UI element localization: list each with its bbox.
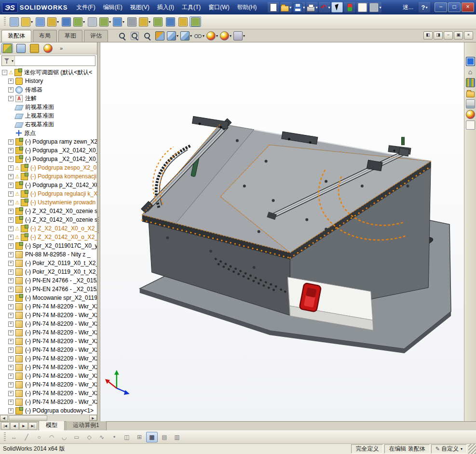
tree-expander[interactable]: + xyxy=(8,200,14,205)
tree-expander[interactable]: + xyxy=(8,304,14,309)
sketch-toolbar-grip[interactable] xyxy=(4,432,6,442)
menu-item[interactable]: 插入(I) xyxy=(153,2,178,13)
file-explorer-button[interactable] xyxy=(464,88,476,98)
tree-expander[interactable]: + xyxy=(8,313,14,318)
tree-item[interactable]: +(-) PN-74 M-82209 - Wkr_X2 xyxy=(0,380,97,389)
tree-item[interactable]: +⚠(-) Z_X2_0142_X0_o_X2_ xyxy=(0,224,97,233)
close-viewport-button[interactable]: × xyxy=(464,31,473,40)
zoom-to-area-button[interactable] xyxy=(129,30,140,41)
centerpoint-arc-button[interactable]: ◠ xyxy=(46,432,57,442)
tree-expander[interactable]: + xyxy=(8,347,14,353)
tile-right-button[interactable]: ◨ xyxy=(434,31,443,40)
first-tab-button[interactable]: |◀ xyxy=(1,422,10,430)
show-hidden-components-button[interactable] xyxy=(86,16,98,27)
tree-expander[interactable]: − xyxy=(2,70,7,75)
tree-item[interactable]: 右视基准面 xyxy=(0,120,97,129)
dropdown-caret-icon[interactable]: ▾ xyxy=(122,20,124,24)
dropdown-caret-icon[interactable]: ▾ xyxy=(216,34,218,38)
panel-overflow-button[interactable]: » xyxy=(58,45,65,51)
tree-item[interactable]: +(-) Podgrupa _X2_0142_X0_y xyxy=(0,155,97,163)
prev-tab-button[interactable]: ◀ xyxy=(10,422,19,430)
previous-view-button[interactable] xyxy=(141,30,153,41)
sheet-format-button[interactable]: ▥ xyxy=(171,432,183,442)
smart-fasteners-button[interactable] xyxy=(60,16,72,27)
tree-item[interactable]: +(-) PN-74 M-82209 - Wkr_X2 xyxy=(0,320,97,328)
scroll-left-button[interactable]: ◀ xyxy=(0,415,8,421)
tree-item[interactable]: +(-) PN-EN 24766 - _X2_015A xyxy=(0,276,97,285)
mirror-entities-button[interactable]: ◫ xyxy=(121,432,133,442)
command-tab[interactable]: 评估 xyxy=(84,30,108,42)
open-button[interactable]: ▾ xyxy=(280,2,292,13)
print-button[interactable]: ▾ xyxy=(306,2,318,13)
shaded-sketch-contours-button[interactable]: ▦ xyxy=(146,432,158,442)
tree-filter-input[interactable] xyxy=(15,57,95,64)
assembly-features-button[interactable]: ▾ xyxy=(99,16,111,27)
zoom-to-fit-button[interactable] xyxy=(116,30,128,41)
edit-appearance-button[interactable]: ▾ xyxy=(206,30,218,41)
tree-item[interactable]: +(-) PN-74 M-82209 - Wkr_X2 xyxy=(0,354,97,363)
smart-dimension-button[interactable]: ↔ xyxy=(8,432,20,442)
tree-expander[interactable]: + xyxy=(8,148,14,153)
model-tab[interactable]: 模型 xyxy=(39,420,65,430)
tree-expander[interactable]: + xyxy=(8,79,14,84)
tree-expander[interactable]: + xyxy=(8,209,14,214)
new-motion-study-button[interactable] xyxy=(126,16,137,27)
interference-detection-button[interactable] xyxy=(177,16,189,27)
tree-item[interactable]: +(-) PN-74 M-82209 - Wkr_X2 xyxy=(0,389,97,398)
tree-expander[interactable]: + xyxy=(8,87,14,93)
tree-expander[interactable]: + xyxy=(8,356,14,361)
tree-item[interactable]: +(-) PN-74 M-82209 - Wkr_X2 xyxy=(0,398,97,406)
tree-item[interactable]: +(-) PN-74 M-82209 - Wkr_X2 xyxy=(0,328,97,337)
bill-of-materials-button[interactable]: ▾ xyxy=(138,16,151,27)
tree-expander[interactable]: + xyxy=(8,157,14,162)
insert-component-button[interactable]: ▾ xyxy=(21,16,33,27)
file-properties-button[interactable] xyxy=(356,2,368,13)
tree-item[interactable]: +(-) PN-74 M-82209 - Wkr_X2 xyxy=(0,337,97,346)
undo-button[interactable]: ↶▾ xyxy=(319,2,330,13)
tree-expander[interactable]: + xyxy=(8,243,14,249)
tile-left-button[interactable]: ◧ xyxy=(423,31,433,40)
tree-expander[interactable]: + xyxy=(8,295,14,301)
tree-expander[interactable]: + xyxy=(8,278,14,283)
help-button[interactable]: ? ▾ xyxy=(419,2,430,13)
model-tab[interactable]: 运动算例1 xyxy=(66,420,107,430)
tree-expander[interactable]: + xyxy=(8,269,14,275)
tree-item[interactable]: +⚠(-) Podgrupa zespo_X2_0 xyxy=(0,163,97,172)
grid-snap-button[interactable]: ▤ xyxy=(159,432,170,442)
explode-line-sketch-button[interactable] xyxy=(164,16,176,27)
dropdown-caret-icon[interactable]: ▾ xyxy=(83,20,85,24)
corner-rectangle-button[interactable]: ▭ xyxy=(71,432,82,442)
menu-item[interactable]: 视图(V) xyxy=(126,2,153,13)
appearances-scenes-button[interactable] xyxy=(464,109,476,120)
tree-expander[interactable]: + xyxy=(8,96,14,101)
section-view-button[interactable] xyxy=(154,30,165,41)
circle-button[interactable]: ○ xyxy=(33,432,45,442)
tree-expander[interactable]: + xyxy=(8,287,14,292)
minimize-viewport-button[interactable]: − xyxy=(444,31,453,40)
tree-expander[interactable]: + xyxy=(8,191,14,197)
reference-geometry-button[interactable]: ▾ xyxy=(112,16,125,27)
tree-item[interactable]: +(-) Podgrupa ramy zewn_X2_ xyxy=(0,137,97,146)
dropdown-caret-icon[interactable]: ▾ xyxy=(57,20,59,24)
tree-item[interactable]: 上视基准面 xyxy=(0,111,97,120)
hide-show-items-button[interactable]: ▾ xyxy=(193,30,205,41)
scrollbar-thumb[interactable] xyxy=(9,415,47,421)
minimize-button[interactable]: − xyxy=(435,2,447,12)
tree-item[interactable]: +(-) PN-74 M-82209 - Wkr_X2 xyxy=(0,372,97,380)
tangent-arc-button[interactable]: ◡ xyxy=(58,432,70,442)
tree-expander[interactable]: + xyxy=(8,165,14,171)
close-button[interactable]: × xyxy=(462,2,474,12)
save-button[interactable]: ▾ xyxy=(293,2,305,13)
tree-item[interactable]: +(-) Spr_X2_0119017C_X0_yr xyxy=(0,241,97,250)
dropdown-caret-icon[interactable]: ▾ xyxy=(177,34,178,38)
point-button[interactable]: • xyxy=(109,432,120,442)
polygon-button[interactable]: ◇ xyxy=(83,432,95,442)
model-canvas[interactable] xyxy=(100,42,464,421)
featuremanager-tree-button[interactable] xyxy=(1,43,13,53)
tree-expander[interactable]: + xyxy=(8,217,14,223)
tree-item[interactable]: +⚠(-) Z_X2_0142_X0_o_X2_ xyxy=(0,233,97,241)
dropdown-caret-icon[interactable]: ▾ xyxy=(109,20,111,24)
tree-expander[interactable]: + xyxy=(8,174,14,179)
tree-item[interactable]: +(-) POdgrupa obudowy<1> xyxy=(0,406,97,414)
tree-expander[interactable]: + xyxy=(8,321,14,327)
